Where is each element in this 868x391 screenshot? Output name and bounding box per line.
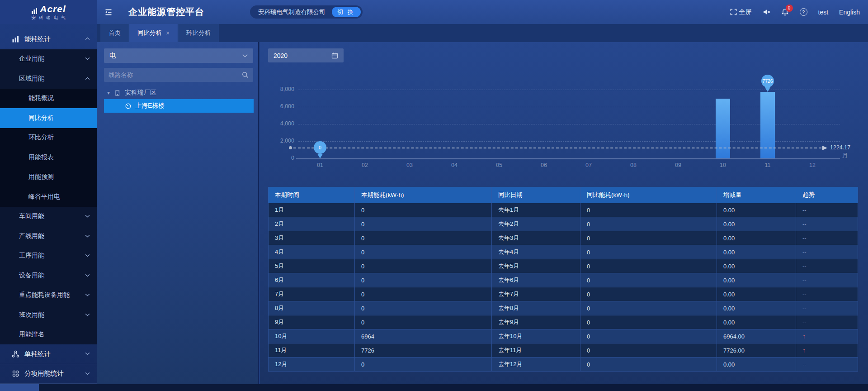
sidebar-item-3[interactable]: 能耗概况 <box>0 89 97 109</box>
cell-month: 12月 <box>269 358 355 372</box>
notifications-button[interactable]: 0 <box>781 8 789 16</box>
cell-current: 0 <box>355 301 492 315</box>
sidebar-item-label: 区域用能 <box>19 75 44 83</box>
cell-trend: ↑ <box>796 343 858 358</box>
scrollbar-thumb[interactable] <box>0 384 39 391</box>
mute-button[interactable] <box>763 8 770 16</box>
cell-trend: -- <box>796 217 858 231</box>
bar-month-11 <box>760 92 775 158</box>
y-axis-tick-label: 2,000 <box>267 138 294 144</box>
cell-trend: -- <box>796 245 858 259</box>
sidebar-item-6[interactable]: 用能报表 <box>0 148 97 167</box>
sidebar-item-13[interactable]: 重点能耗设备用能 <box>0 286 97 305</box>
sidebar-item-10[interactable]: 产线用能 <box>0 226 97 246</box>
tree-node-building-selected[interactable]: 上海E栋楼 <box>104 99 254 113</box>
cell-trend: -- <box>796 231 858 245</box>
sidebar-item-5[interactable]: 环比分析 <box>0 128 97 148</box>
energy-type-select[interactable]: 电 <box>104 48 253 63</box>
sidebar-item-label: 工序用能 <box>19 252 44 260</box>
tab-item-0[interactable]: 首页 <box>100 24 129 42</box>
average-line-dot <box>289 146 292 149</box>
tree-node-factory[interactable]: ▾ 安科瑞厂区 <box>107 87 156 99</box>
cell-trend: -- <box>796 273 858 287</box>
sidebar-item-16[interactable]: 单耗统计 <box>0 344 97 364</box>
close-tab-icon[interactable]: × <box>166 29 170 37</box>
sidebar-item-15[interactable]: 用能排名 <box>0 325 97 345</box>
sidebar-item-label: 产线用能 <box>19 232 44 240</box>
chevron-down-icon <box>85 57 90 61</box>
data-pin-marker: 7726 <box>761 75 774 92</box>
sidebar-item-1[interactable]: 企业用能 <box>0 49 97 69</box>
x-axis-tick-label: 11 <box>756 162 779 168</box>
sidebar-item-label: 分项用能统计 <box>24 369 64 378</box>
chevron-down-icon <box>85 254 90 257</box>
cell-compare_date: 去年8月 <box>492 301 580 315</box>
switch-company-button[interactable]: 切 换 <box>332 7 361 17</box>
sidebar-item-0[interactable]: 能耗统计 <box>0 29 97 49</box>
question-icon: ? <box>800 8 807 16</box>
trend-none: -- <box>802 235 807 242</box>
trend-none: -- <box>802 221 807 228</box>
help-button[interactable]: ? <box>800 8 807 16</box>
sidebar-item-7[interactable]: 用能预测 <box>0 167 97 187</box>
user-menu[interactable]: test <box>818 9 829 16</box>
language-switch[interactable]: English <box>839 9 860 16</box>
cell-current: 0 <box>355 259 492 273</box>
caret-down-icon[interactable]: ▾ <box>107 90 110 96</box>
cell-delta: 0.00 <box>717 231 796 245</box>
cell-month: 2月 <box>269 217 355 231</box>
line-search-input[interactable] <box>108 72 242 78</box>
table-row: 4月0去年4月00.00-- <box>269 245 858 259</box>
fullscreen-label: 全屏 <box>739 8 752 16</box>
sidebar-item-11[interactable]: 工序用能 <box>0 246 97 266</box>
chevron-down-icon <box>85 234 90 238</box>
sidebar-item-8[interactable]: 峰谷平用电 <box>0 187 97 207</box>
device-filter-panel: 电 ▾ 安科瑞厂区 上海E栋楼 <box>97 42 259 384</box>
table-row: 12月0去年12月00.00-- <box>269 358 858 372</box>
sidebar-item-14[interactable]: 班次用能 <box>0 305 97 325</box>
table-header-row: 本期时间本期能耗(kW·h)同比日期同比能耗(kW·h)增减量趋势 <box>269 187 858 203</box>
tab-item-2[interactable]: 环比分析 <box>178 24 219 42</box>
cell-compare: 0 <box>580 273 717 287</box>
chevron-down-icon <box>85 352 90 356</box>
trend-none: -- <box>802 319 807 326</box>
table-row: 5月0去年5月00.00-- <box>269 259 858 273</box>
cell-trend: -- <box>796 287 858 301</box>
sidebar-item-4[interactable]: 同比分析 <box>0 108 97 128</box>
sidebar-navigation: 能耗统计企业用能区域用能能耗概况同比分析环比分析用能报表用能预测峰谷平用电车间用… <box>0 24 97 391</box>
pin-value: 0 <box>314 141 326 154</box>
sidebar-item-label: 用能报表 <box>28 153 54 162</box>
tab-item-1[interactable]: 同比分析× <box>129 24 178 42</box>
cell-current: 0 <box>355 245 492 259</box>
sidebar-item-12[interactable]: 设备用能 <box>0 266 97 286</box>
brand-name: Acrel <box>40 4 66 14</box>
cell-compare_date: 去年9月 <box>492 315 580 329</box>
chevron-down-icon <box>85 293 90 297</box>
cell-delta: 0.00 <box>717 203 796 217</box>
cell-current: 0 <box>355 287 492 301</box>
comparison-table: 本期时间本期能耗(kW·h)同比日期同比能耗(kW·h)增减量趋势1月0去年1月… <box>268 187 858 372</box>
horizontal-scrollbar[interactable] <box>0 384 868 391</box>
open-tabs-bar: 首页同比分析×环比分析 <box>97 24 868 42</box>
cell-compare_date: 去年3月 <box>492 231 580 245</box>
sidebar-item-17[interactable]: 分项用能统计 <box>0 364 97 384</box>
sidebar-item-label: 能耗概况 <box>28 94 54 102</box>
bars-icon <box>12 35 19 43</box>
cell-compare: 0 <box>580 358 717 372</box>
tree-node-label: 上海E栋楼 <box>135 102 165 110</box>
cell-delta: 0.00 <box>717 259 796 273</box>
cell-month: 11月 <box>269 343 355 358</box>
x-axis-tick-label: 04 <box>443 162 466 168</box>
fullscreen-button[interactable]: 全屏 <box>730 8 752 16</box>
cell-month: 10月 <box>269 329 355 343</box>
line-search-box <box>104 68 253 82</box>
sidebar-item-2[interactable]: 区域用能 <box>0 69 97 89</box>
x-axis-tick-label: 06 <box>533 162 555 168</box>
trend-up-icon: ↑ <box>802 347 806 354</box>
cell-delta: 7726.00 <box>717 343 796 358</box>
brand-name-cn: 安科瑞电气 <box>28 15 69 21</box>
menu-fold-icon[interactable] <box>104 8 113 17</box>
gridline <box>298 107 840 107</box>
year-picker[interactable]: 2020 <box>268 48 344 62</box>
sidebar-item-9[interactable]: 车间用能 <box>0 207 97 227</box>
